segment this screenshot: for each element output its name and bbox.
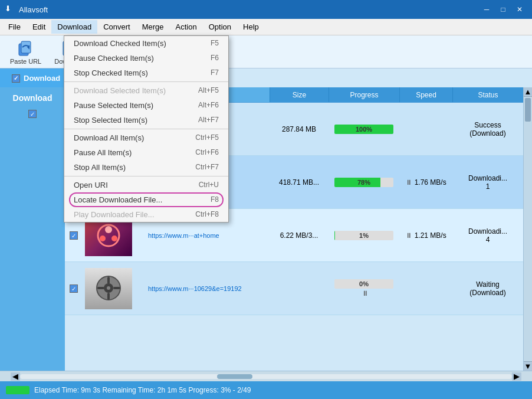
- menu-open-uri-shortcut: Ctrl+U: [199, 181, 219, 189]
- status-bar: Elapsed Time: 9m 3s Remaining Time: 2h 1…: [0, 381, 532, 399]
- svg-point-13: [100, 236, 106, 241]
- h-scrollbar-track: [20, 374, 512, 379]
- menu-pause-checked-label: Pause Checked Item(s): [74, 54, 154, 63]
- tab-checkbox[interactable]: [12, 74, 20, 83]
- row4-progress: 0% ⏸: [329, 279, 399, 297]
- svg-point-14: [111, 236, 117, 241]
- vertical-scrollbar[interactable]: ▲ ▼: [523, 87, 532, 371]
- menu-stop-all[interactable]: Stop All Item(s) Ctrl+F7: [64, 160, 228, 175]
- paste-url-label: Paste URL: [10, 58, 41, 65]
- row3-progress-bar: 1%: [334, 231, 393, 240]
- header-speed: Speed: [399, 87, 452, 102]
- menu-download-checked-shortcut: F5: [211, 39, 219, 48]
- row2-status-line1: Downloadi...: [452, 174, 523, 182]
- row2-pause-icon: ⏸: [405, 178, 412, 187]
- menu-file[interactable]: File: [2, 20, 27, 34]
- menu-pause-all[interactable]: Pause All Item(s) Ctrl+F6: [64, 145, 228, 160]
- row2-progress: 78%: [329, 178, 399, 187]
- tab-download-label: Download: [24, 74, 60, 83]
- tab-download[interactable]: Download: [0, 68, 73, 87]
- scrollbar-thumb[interactable]: [525, 98, 531, 122]
- row3-speed-value: 1.21 MB/s: [415, 231, 446, 240]
- row4-status-line2: (Download): [452, 289, 523, 297]
- paste-url-button[interactable]: Paste URL: [5, 36, 47, 68]
- menu-stop-checked-shortcut: F7: [211, 68, 219, 77]
- paste-url-icon: [17, 39, 35, 58]
- status-text: Elapsed Time: 9m 3s Remaining Time: 2h 1…: [34, 386, 251, 394]
- menu-pause-selected-shortcut: Alt+F6: [198, 101, 219, 110]
- row3-checkbox[interactable]: [70, 231, 78, 240]
- app-icon: ⬇: [5, 4, 15, 15]
- menu-download-all-label: Download All Item(s): [74, 133, 144, 142]
- menu-download-checked[interactable]: Download Checked Item(s) F5: [64, 36, 228, 51]
- header-status: Status: [452, 87, 523, 102]
- close-button[interactable]: ✕: [512, 4, 527, 15]
- horizontal-scrollbar[interactable]: ◀ ▶: [0, 371, 532, 381]
- menu-download-selected-label: Download Selected Item(s): [74, 86, 166, 95]
- left-panel-checkbox[interactable]: [28, 110, 37, 118]
- h-scroll-left[interactable]: ◀: [11, 372, 20, 381]
- menu-download[interactable]: Download: [51, 20, 97, 34]
- header-progress: Progress: [329, 87, 399, 102]
- menu-stop-selected[interactable]: Stop Selected Item(s) Alt+F7: [64, 113, 228, 127]
- menu-locate-file-label: Locate Downloaded File...: [74, 195, 162, 204]
- menu-pause-selected[interactable]: Pause Selected Item(s) Alt+F6: [64, 98, 228, 113]
- menu-stop-all-label: Stop All Item(s): [74, 163, 126, 172]
- menu-action[interactable]: Action: [170, 20, 203, 34]
- svg-point-12: [105, 226, 112, 233]
- menu-merge[interactable]: Merge: [136, 20, 170, 34]
- menu-option[interactable]: Option: [203, 20, 237, 34]
- separator-1: [64, 81, 228, 82]
- menu-download-checked-label: Download Checked Item(s): [74, 39, 166, 48]
- status-progress-bar: [6, 386, 29, 394]
- app-window: ⬇ Allavsoft ─ □ ✕ File Edit Download Con…: [0, 0, 532, 399]
- menu-play-file-shortcut: Ctrl+F8: [195, 210, 219, 219]
- menu-open-uri-label: Open URI: [74, 181, 108, 189]
- table-row: https://www.m···10629&e=19192 0% ⏸: [65, 262, 523, 315]
- row2-status: Downloadi... 1: [452, 174, 523, 191]
- row3-progress: 1%: [329, 231, 399, 240]
- scrollbar-down-arrow[interactable]: ▼: [524, 361, 532, 371]
- tab-download-checkbox[interactable]: [12, 73, 20, 83]
- menu-help[interactable]: Help: [237, 20, 265, 34]
- row4-url: https://www.m···10629&e=19192: [148, 285, 266, 292]
- row3-check[interactable]: [65, 231, 83, 240]
- row1-status: Success (Download): [452, 121, 523, 138]
- h-scrollbar-thumb[interactable]: [217, 374, 252, 379]
- row2-status-line2: 1: [452, 182, 523, 191]
- menu-stop-all-shortcut: Ctrl+F7: [195, 163, 219, 172]
- row4-check[interactable]: [65, 284, 83, 293]
- maximize-button[interactable]: □: [495, 4, 511, 15]
- menu-download-all-shortcut: Ctrl+F5: [195, 133, 219, 142]
- h-scroll-right[interactable]: ▶: [512, 372, 521, 381]
- row2-speed-value: 1.76 MB/s: [415, 178, 446, 187]
- menu-pause-checked-shortcut: F6: [211, 54, 219, 63]
- row4-checkbox[interactable]: [70, 284, 78, 293]
- left-panel: Download: [0, 87, 65, 371]
- menu-convert[interactable]: Convert: [97, 20, 136, 34]
- row2-size: 418.71 MB...: [270, 178, 329, 187]
- menu-pause-checked[interactable]: Pause Checked Item(s) F6: [64, 51, 228, 66]
- menu-download-all[interactable]: Download All Item(s) Ctrl+F5: [64, 130, 228, 145]
- menu-stop-checked[interactable]: Stop Checked Item(s) F7: [64, 66, 228, 80]
- svg-rect-17: [107, 277, 110, 284]
- menu-open-uri[interactable]: Open URI Ctrl+U: [64, 178, 228, 192]
- separator-3: [64, 176, 228, 176]
- row2-progress-bar: 78%: [334, 178, 393, 187]
- row4-progress-label: 0%: [334, 279, 393, 289]
- row4-info: https://www.m···10629&e=19192: [145, 283, 270, 295]
- menu-download-selected-shortcut: Alt+F5: [198, 86, 219, 95]
- title-bar-controls: ─ □ ✕: [479, 4, 527, 15]
- minimize-button[interactable]: ─: [479, 4, 494, 15]
- row3-status-line2: 4: [452, 236, 523, 244]
- menu-edit[interactable]: Edit: [27, 20, 51, 34]
- title-bar: ⬇ Allavsoft ─ □ ✕: [0, 0, 532, 19]
- row3-pause-icon: ⏸: [405, 231, 412, 240]
- title-bar-title: Allavsoft: [19, 5, 479, 14]
- svg-rect-20: [113, 287, 120, 289]
- menu-pause-selected-label: Pause Selected Item(s): [74, 101, 153, 110]
- scrollbar-up-arrow[interactable]: ▲: [524, 87, 532, 97]
- menu-locate-file[interactable]: Locate Downloaded File... F8: [64, 192, 228, 207]
- row4-thumbnail: [85, 268, 132, 309]
- header-size: Size: [270, 87, 329, 102]
